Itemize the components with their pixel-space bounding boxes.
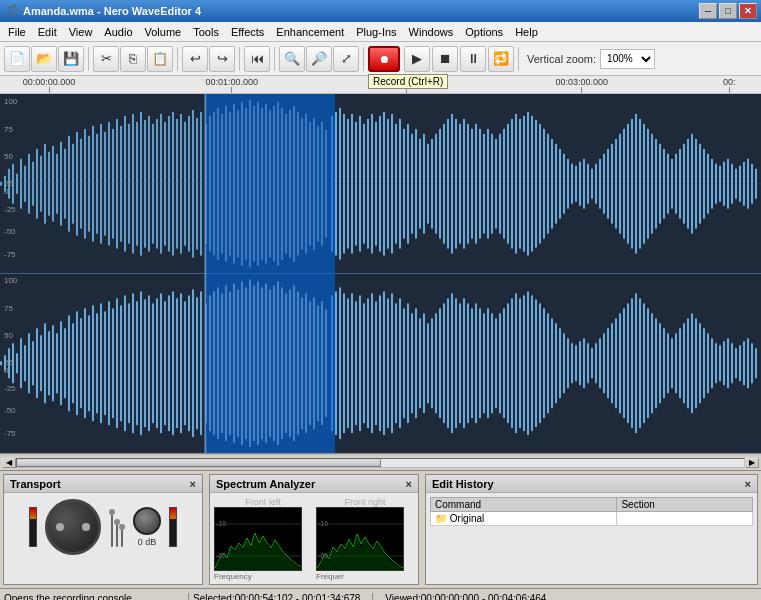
svg-rect-340 [563,333,565,393]
svg-rect-341 [567,338,569,388]
title-bar: 🎵 Amanda.wma - Nero WaveEditor 4 ─ □ ✕ [0,0,761,22]
scroll-right-button[interactable]: ▶ [745,458,759,468]
skip-start-button[interactable]: ⏮ [244,46,270,72]
undo-button[interactable]: ↩ [182,46,208,72]
svg-rect-207 [28,333,30,393]
svg-rect-381 [727,338,729,388]
zoom-in-button[interactable]: 🔍 [279,46,305,72]
status-bar: Opens the recording console Selected:00:… [0,588,761,600]
menu-tools[interactable]: Tools [187,24,225,40]
spectrum-channels: Front left -16 [214,497,414,581]
zoom-out-button[interactable]: 🔎 [306,46,332,72]
svg-rect-333 [535,299,537,427]
history-panel: Edit History × Command Section 📁 Origina… [425,474,758,585]
transport-tools: ⏮ [244,46,270,72]
spectrum-left-channel: Front left -16 [214,497,312,581]
menu-effects[interactable]: Effects [225,24,270,40]
svg-rect-384 [739,345,741,381]
menu-windows[interactable]: Windows [403,24,460,40]
scroll-thumb[interactable] [17,459,381,467]
copy-button[interactable]: ⎘ [120,46,146,72]
history-folder-icon: 📁 [435,513,447,524]
svg-rect-222 [88,315,90,411]
scroll-left-button[interactable]: ◀ [2,458,16,468]
svg-rect-240 [160,293,162,433]
menu-view[interactable]: View [63,24,99,40]
transport-content: 0 dB [4,493,202,561]
spectrum-right-axes: Frequer [316,572,414,581]
svg-rect-236 [144,299,146,427]
svg-rect-229 [116,298,118,428]
svg-rect-399 [116,522,118,547]
svg-rect-220 [80,318,82,408]
transport-close-button[interactable]: × [190,478,196,490]
open-button[interactable]: 📂 [31,46,57,72]
stop-button[interactable]: ⏹ [432,46,458,72]
waveform-svg: 100 75 50 25 0 -25 -50 -75 [0,94,761,453]
menu-edit[interactable]: Edit [32,24,63,40]
svg-rect-359 [639,298,641,428]
transport-circle [45,499,101,555]
svg-rect-377 [711,338,713,388]
history-close-button[interactable]: × [745,478,751,490]
svg-rect-304 [419,318,421,408]
svg-rect-205 [20,338,22,388]
svg-rect-388 [755,348,757,378]
separator-6 [518,47,519,71]
svg-rect-323 [495,318,497,408]
svg-rect-336 [547,313,549,413]
menu-volume[interactable]: Volume [139,24,188,40]
menu-plugins[interactable]: Plug-Ins [350,24,402,40]
spectrum-right-label: Front right [316,497,414,507]
svg-rect-307 [431,318,433,408]
svg-rect-299 [399,298,401,428]
svg-rect-324 [499,313,501,413]
svg-rect-296 [387,298,389,428]
svg-point-401 [109,509,115,515]
scroll-track[interactable] [16,458,745,468]
menu-enhancement[interactable]: Enhancement [270,24,350,40]
svg-rect-378 [715,343,717,383]
svg-rect-376 [707,333,709,393]
spectrum-close-button[interactable]: × [406,478,412,490]
menu-audio[interactable]: Audio [98,24,138,40]
paste-button[interactable]: 📋 [147,46,173,72]
svg-rect-305 [423,313,425,413]
history-content: Command Section 📁 Original [426,493,757,530]
loop-button[interactable]: 🔁 [488,46,514,72]
history-row[interactable]: 📁 Original [431,512,753,526]
close-button[interactable]: ✕ [739,3,757,19]
volume-knob[interactable] [133,507,161,535]
svg-rect-243 [172,291,174,435]
svg-rect-347 [591,348,593,378]
minimize-button[interactable]: ─ [699,3,717,19]
svg-rect-286 [347,298,349,428]
svg-text:75: 75 [4,304,13,313]
svg-rect-313 [455,298,457,428]
svg-rect-226 [104,311,106,415]
menu-options[interactable]: Options [459,24,509,40]
svg-text:50: 50 [4,152,13,161]
svg-point-403 [119,524,125,530]
maximize-button[interactable]: □ [719,3,737,19]
vertical-zoom-select[interactable]: 100% 200% 50% [600,49,655,69]
record-button[interactable]: ⏺ [368,46,400,72]
cut-button[interactable]: ✂ [93,46,119,72]
separator-4 [274,47,275,71]
save-button[interactable]: 💾 [58,46,84,72]
new-button[interactable]: 📄 [4,46,30,72]
pause-button[interactable]: ⏸ [460,46,486,72]
svg-rect-372 [691,313,693,413]
zoom-all-button[interactable]: ⤢ [333,46,359,72]
svg-rect-208 [32,341,34,385]
svg-text:0: 0 [4,366,9,375]
vu-bar-right [169,507,177,547]
play-button[interactable]: ▶ [404,46,430,72]
svg-rect-212 [48,331,50,395]
svg-rect-363 [655,318,657,408]
svg-rect-232 [128,303,130,423]
waveform-display[interactable]: 100 75 50 25 0 -25 -50 -75 [0,94,761,454]
redo-button[interactable]: ↪ [209,46,235,72]
menu-file[interactable]: File [2,24,32,40]
menu-help[interactable]: Help [509,24,544,40]
